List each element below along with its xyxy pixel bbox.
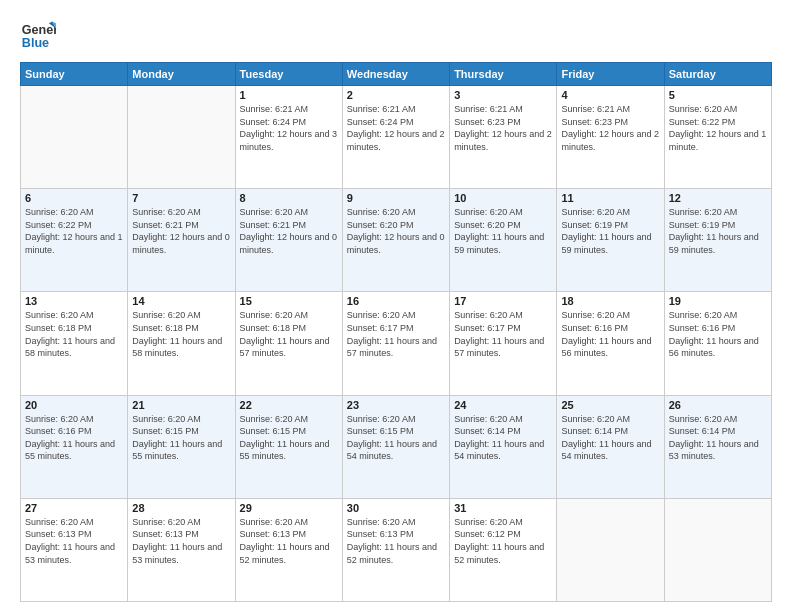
calendar-cell: 10Sunrise: 6:20 AMSunset: 6:20 PMDayligh… <box>450 189 557 292</box>
calendar-cell: 26Sunrise: 6:20 AMSunset: 6:14 PMDayligh… <box>664 395 771 498</box>
week-row-3: 13Sunrise: 6:20 AMSunset: 6:18 PMDayligh… <box>21 292 772 395</box>
day-number: 19 <box>669 295 767 307</box>
day-number: 7 <box>132 192 230 204</box>
day-info: Sunrise: 6:20 AMSunset: 6:19 PMDaylight:… <box>669 206 767 256</box>
day-info: Sunrise: 6:20 AMSunset: 6:20 PMDaylight:… <box>454 206 552 256</box>
day-number: 23 <box>347 399 445 411</box>
calendar-cell: 29Sunrise: 6:20 AMSunset: 6:13 PMDayligh… <box>235 498 342 601</box>
day-info: Sunrise: 6:20 AMSunset: 6:13 PMDaylight:… <box>25 516 123 566</box>
calendar-cell: 24Sunrise: 6:20 AMSunset: 6:14 PMDayligh… <box>450 395 557 498</box>
day-info: Sunrise: 6:21 AMSunset: 6:23 PMDaylight:… <box>454 103 552 153</box>
day-number: 22 <box>240 399 338 411</box>
calendar-cell: 19Sunrise: 6:20 AMSunset: 6:16 PMDayligh… <box>664 292 771 395</box>
day-info: Sunrise: 6:20 AMSunset: 6:13 PMDaylight:… <box>132 516 230 566</box>
calendar-cell: 31Sunrise: 6:20 AMSunset: 6:12 PMDayligh… <box>450 498 557 601</box>
day-info: Sunrise: 6:20 AMSunset: 6:18 PMDaylight:… <box>25 309 123 359</box>
header: General Blue <box>20 16 772 52</box>
day-number: 5 <box>669 89 767 101</box>
day-number: 10 <box>454 192 552 204</box>
calendar-cell: 3Sunrise: 6:21 AMSunset: 6:23 PMDaylight… <box>450 86 557 189</box>
day-number: 29 <box>240 502 338 514</box>
day-info: Sunrise: 6:21 AMSunset: 6:24 PMDaylight:… <box>240 103 338 153</box>
day-info: Sunrise: 6:20 AMSunset: 6:16 PMDaylight:… <box>561 309 659 359</box>
calendar-cell: 9Sunrise: 6:20 AMSunset: 6:20 PMDaylight… <box>342 189 449 292</box>
day-number: 24 <box>454 399 552 411</box>
day-number: 14 <box>132 295 230 307</box>
week-row-2: 6Sunrise: 6:20 AMSunset: 6:22 PMDaylight… <box>21 189 772 292</box>
calendar-cell: 1Sunrise: 6:21 AMSunset: 6:24 PMDaylight… <box>235 86 342 189</box>
day-number: 1 <box>240 89 338 101</box>
svg-text:Blue: Blue <box>22 36 49 50</box>
weekday-monday: Monday <box>128 63 235 86</box>
day-number: 2 <box>347 89 445 101</box>
day-number: 25 <box>561 399 659 411</box>
day-number: 17 <box>454 295 552 307</box>
calendar-cell: 5Sunrise: 6:20 AMSunset: 6:22 PMDaylight… <box>664 86 771 189</box>
logo: General Blue <box>20 16 56 52</box>
day-number: 18 <box>561 295 659 307</box>
calendar-cell: 16Sunrise: 6:20 AMSunset: 6:17 PMDayligh… <box>342 292 449 395</box>
day-number: 6 <box>25 192 123 204</box>
calendar-cell: 4Sunrise: 6:21 AMSunset: 6:23 PMDaylight… <box>557 86 664 189</box>
calendar-cell: 21Sunrise: 6:20 AMSunset: 6:15 PMDayligh… <box>128 395 235 498</box>
calendar-cell: 2Sunrise: 6:21 AMSunset: 6:24 PMDaylight… <box>342 86 449 189</box>
day-info: Sunrise: 6:20 AMSunset: 6:22 PMDaylight:… <box>669 103 767 153</box>
day-number: 30 <box>347 502 445 514</box>
day-info: Sunrise: 6:20 AMSunset: 6:13 PMDaylight:… <box>240 516 338 566</box>
day-info: Sunrise: 6:20 AMSunset: 6:14 PMDaylight:… <box>669 413 767 463</box>
day-number: 21 <box>132 399 230 411</box>
weekday-saturday: Saturday <box>664 63 771 86</box>
day-info: Sunrise: 6:20 AMSunset: 6:18 PMDaylight:… <box>132 309 230 359</box>
calendar-cell: 30Sunrise: 6:20 AMSunset: 6:13 PMDayligh… <box>342 498 449 601</box>
calendar-cell: 18Sunrise: 6:20 AMSunset: 6:16 PMDayligh… <box>557 292 664 395</box>
calendar-cell: 28Sunrise: 6:20 AMSunset: 6:13 PMDayligh… <box>128 498 235 601</box>
day-info: Sunrise: 6:20 AMSunset: 6:13 PMDaylight:… <box>347 516 445 566</box>
day-number: 12 <box>669 192 767 204</box>
weekday-friday: Friday <box>557 63 664 86</box>
calendar-cell <box>21 86 128 189</box>
day-number: 11 <box>561 192 659 204</box>
calendar-cell <box>557 498 664 601</box>
calendar-cell: 20Sunrise: 6:20 AMSunset: 6:16 PMDayligh… <box>21 395 128 498</box>
weekday-sunday: Sunday <box>21 63 128 86</box>
calendar-cell: 8Sunrise: 6:20 AMSunset: 6:21 PMDaylight… <box>235 189 342 292</box>
day-info: Sunrise: 6:20 AMSunset: 6:17 PMDaylight:… <box>347 309 445 359</box>
calendar-cell: 6Sunrise: 6:20 AMSunset: 6:22 PMDaylight… <box>21 189 128 292</box>
day-info: Sunrise: 6:20 AMSunset: 6:14 PMDaylight:… <box>454 413 552 463</box>
calendar-cell: 17Sunrise: 6:20 AMSunset: 6:17 PMDayligh… <box>450 292 557 395</box>
calendar-cell: 7Sunrise: 6:20 AMSunset: 6:21 PMDaylight… <box>128 189 235 292</box>
day-info: Sunrise: 6:20 AMSunset: 6:21 PMDaylight:… <box>240 206 338 256</box>
calendar-cell: 13Sunrise: 6:20 AMSunset: 6:18 PMDayligh… <box>21 292 128 395</box>
day-number: 26 <box>669 399 767 411</box>
day-info: Sunrise: 6:21 AMSunset: 6:24 PMDaylight:… <box>347 103 445 153</box>
calendar-cell: 14Sunrise: 6:20 AMSunset: 6:18 PMDayligh… <box>128 292 235 395</box>
day-number: 27 <box>25 502 123 514</box>
day-info: Sunrise: 6:20 AMSunset: 6:15 PMDaylight:… <box>347 413 445 463</box>
day-info: Sunrise: 6:20 AMSunset: 6:16 PMDaylight:… <box>25 413 123 463</box>
day-info: Sunrise: 6:20 AMSunset: 6:15 PMDaylight:… <box>240 413 338 463</box>
day-number: 28 <box>132 502 230 514</box>
weekday-wednesday: Wednesday <box>342 63 449 86</box>
weekday-tuesday: Tuesday <box>235 63 342 86</box>
week-row-5: 27Sunrise: 6:20 AMSunset: 6:13 PMDayligh… <box>21 498 772 601</box>
day-info: Sunrise: 6:20 AMSunset: 6:16 PMDaylight:… <box>669 309 767 359</box>
calendar-cell: 11Sunrise: 6:20 AMSunset: 6:19 PMDayligh… <box>557 189 664 292</box>
calendar-cell: 27Sunrise: 6:20 AMSunset: 6:13 PMDayligh… <box>21 498 128 601</box>
day-info: Sunrise: 6:20 AMSunset: 6:12 PMDaylight:… <box>454 516 552 566</box>
calendar-cell <box>128 86 235 189</box>
calendar-table: SundayMondayTuesdayWednesdayThursdayFrid… <box>20 62 772 602</box>
day-info: Sunrise: 6:20 AMSunset: 6:19 PMDaylight:… <box>561 206 659 256</box>
day-info: Sunrise: 6:21 AMSunset: 6:23 PMDaylight:… <box>561 103 659 153</box>
day-number: 15 <box>240 295 338 307</box>
day-info: Sunrise: 6:20 AMSunset: 6:22 PMDaylight:… <box>25 206 123 256</box>
logo-icon: General Blue <box>20 16 56 52</box>
calendar-cell: 22Sunrise: 6:20 AMSunset: 6:15 PMDayligh… <box>235 395 342 498</box>
calendar-cell: 15Sunrise: 6:20 AMSunset: 6:18 PMDayligh… <box>235 292 342 395</box>
day-number: 31 <box>454 502 552 514</box>
day-info: Sunrise: 6:20 AMSunset: 6:21 PMDaylight:… <box>132 206 230 256</box>
day-info: Sunrise: 6:20 AMSunset: 6:17 PMDaylight:… <box>454 309 552 359</box>
calendar-cell <box>664 498 771 601</box>
day-number: 8 <box>240 192 338 204</box>
day-info: Sunrise: 6:20 AMSunset: 6:18 PMDaylight:… <box>240 309 338 359</box>
day-number: 20 <box>25 399 123 411</box>
